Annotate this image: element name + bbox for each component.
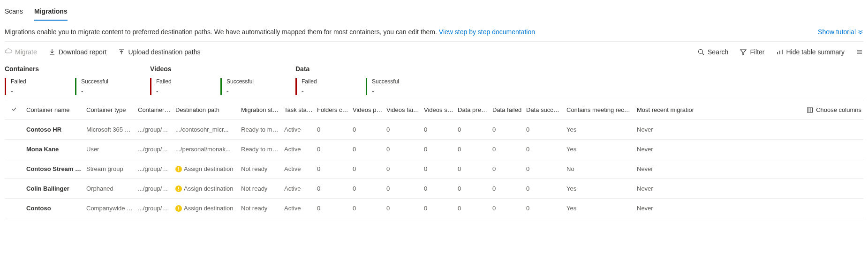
data-successful-value: - (372, 88, 431, 95)
table-row[interactable]: Contoso HRMicrosoft 365 group.../group/e… (5, 120, 863, 140)
cell-data-successful: 0 (524, 201, 565, 215)
col-container-name[interactable]: Container name (23, 103, 84, 117)
cell-most-recent: Never (635, 122, 694, 137)
col-container-type[interactable]: Container type (84, 103, 136, 117)
cell-folders-created: 0 (315, 181, 351, 196)
cell-meeting-recording: No (565, 162, 635, 176)
col-meeting-recording[interactable]: Contains meeting recording (565, 103, 635, 117)
cell-migration-status: Ready to migrate (239, 142, 282, 156)
cell-destination-path[interactable]: !Assign destination (174, 162, 239, 177)
cell-container-type: Companywide channel (84, 201, 136, 215)
tab-migrations[interactable]: Migrations (34, 5, 68, 21)
summary-panel: Containers Failed - Successful - Videos … (5, 62, 863, 100)
svg-rect-1 (808, 108, 813, 112)
cell-folders-created: 0 (315, 122, 351, 137)
table-row[interactable]: Mona KaneUser.../group/ed53....../person… (5, 140, 863, 159)
cell-migration-status: Ready to migrate (239, 122, 282, 137)
col-container-path[interactable]: Container path (136, 103, 174, 117)
cell-data-previous: 0 (456, 181, 491, 196)
cell-destination-path[interactable]: !Assign destination (174, 201, 239, 216)
cell-migration-status: Not ready (239, 201, 282, 215)
table-row[interactable]: Colin BallingerOrphaned.../group/ed53...… (5, 179, 863, 199)
col-folders-created[interactable]: Folders created (315, 103, 351, 117)
download-report-label: Download report (59, 48, 107, 56)
col-data-successful[interactable]: Data successful (524, 103, 565, 117)
cell-container-type: User (84, 142, 136, 156)
table-body: Contoso HRMicrosoft 365 group.../group/e… (5, 120, 863, 218)
row-checkbox[interactable] (5, 165, 23, 173)
migrate-label: Migrate (15, 48, 37, 56)
col-videos-previous[interactable]: Videos prev... (351, 103, 385, 117)
table-header: Container name Container type Container … (5, 100, 863, 120)
cell-meeting-recording: Yes (565, 201, 635, 215)
info-bar: Migrations enable you to migrate content… (5, 21, 863, 42)
cell-most-recent: Never (635, 181, 694, 196)
cell-data-previous: 0 (456, 201, 491, 215)
col-destination-path[interactable]: Destination path (174, 103, 239, 117)
row-checkbox[interactable] (5, 126, 23, 134)
summary-containers: Containers Failed - Successful - (5, 65, 150, 95)
show-tutorial-button[interactable]: Show tutorial (818, 28, 863, 36)
cell-container-name: Contoso (23, 201, 84, 215)
upload-destination-button[interactable]: Upload destination paths (118, 48, 200, 56)
cell-destination-path: .../personal/monak... (174, 142, 239, 156)
videos-failed-card: Failed - (150, 78, 220, 95)
cell-container-path: .../group/ed53... (136, 162, 174, 176)
row-checkbox[interactable] (5, 146, 23, 153)
cell-data-previous: 0 (456, 162, 491, 176)
search-button[interactable]: Search (697, 48, 728, 56)
videos-successful-value: - (226, 88, 286, 95)
toolbar-left: Migrate Download report Upload destinati… (5, 48, 201, 56)
cell-videos-successful: 0 (422, 162, 456, 176)
data-successful-label: Successful (372, 78, 431, 85)
hide-summary-button[interactable]: Hide table summary (776, 48, 845, 56)
data-failed-card: Failed - (295, 78, 366, 95)
cell-migration-status: Not ready (239, 162, 282, 176)
summary-data-title: Data (295, 65, 441, 73)
hide-summary-label: Hide table summary (786, 48, 845, 56)
documentation-link[interactable]: View step by step documentation (439, 28, 535, 36)
row-checkbox[interactable] (5, 185, 23, 193)
filter-button[interactable]: Filter (740, 48, 764, 56)
more-options-button[interactable] (856, 48, 863, 56)
col-migration-status[interactable]: Migration status (239, 103, 282, 117)
containers-successful-label: Successful (81, 78, 141, 85)
upload-icon (118, 48, 125, 56)
col-data-previous[interactable]: Data previo... (456, 103, 491, 117)
warning-icon: ! (175, 166, 182, 172)
info-text: Migrations enable you to migrate content… (5, 28, 535, 36)
cell-destination-path[interactable]: !Assign destination (174, 181, 239, 196)
row-checkbox[interactable] (5, 205, 23, 212)
cell-videos-failed: 0 (385, 181, 422, 196)
cell-meeting-recording: Yes (565, 142, 635, 156)
select-all-checkbox[interactable] (5, 102, 23, 118)
cell-container-type: Microsoft 365 group (84, 122, 136, 137)
containers-failed-card: Failed - (5, 78, 75, 95)
col-most-recent-migration[interactable]: Most recent migration ↓ (635, 103, 694, 117)
tab-scans[interactable]: Scans (5, 5, 23, 21)
choose-columns-button[interactable]: Choose columns (694, 103, 863, 117)
cell-data-failed: 0 (491, 122, 524, 137)
col-task-status[interactable]: Task status (282, 103, 315, 117)
cell-most-recent: Never (635, 201, 694, 215)
cell-task-status: Active (282, 162, 315, 176)
cell-most-recent: Never (635, 162, 694, 176)
col-videos-failed[interactable]: Videos failed (385, 103, 422, 117)
col-videos-successful[interactable]: Videos succ... (422, 103, 456, 117)
summary-data: Data Failed - Successful - (295, 65, 441, 95)
table-row[interactable]: ContosoCompanywide channel.../group/ed53… (5, 199, 863, 218)
cell-data-failed: 0 (491, 201, 524, 215)
more-icon (856, 48, 863, 56)
show-tutorial-label: Show tutorial (818, 28, 856, 36)
table-row[interactable]: Contoso Stream GroupStream group.../grou… (5, 159, 863, 179)
cell-data-previous: 0 (456, 142, 491, 156)
summary-containers-title: Containers (5, 65, 150, 73)
cell-videos-successful: 0 (422, 122, 456, 137)
cloud-upload-icon (5, 48, 12, 56)
cell-spacer (694, 165, 863, 173)
col-data-failed[interactable]: Data failed (491, 103, 524, 117)
cell-task-status: Active (282, 142, 315, 156)
download-report-button[interactable]: Download report (48, 48, 107, 56)
info-description: Migrations enable you to migrate content… (5, 28, 439, 36)
cell-spacer (694, 185, 863, 193)
